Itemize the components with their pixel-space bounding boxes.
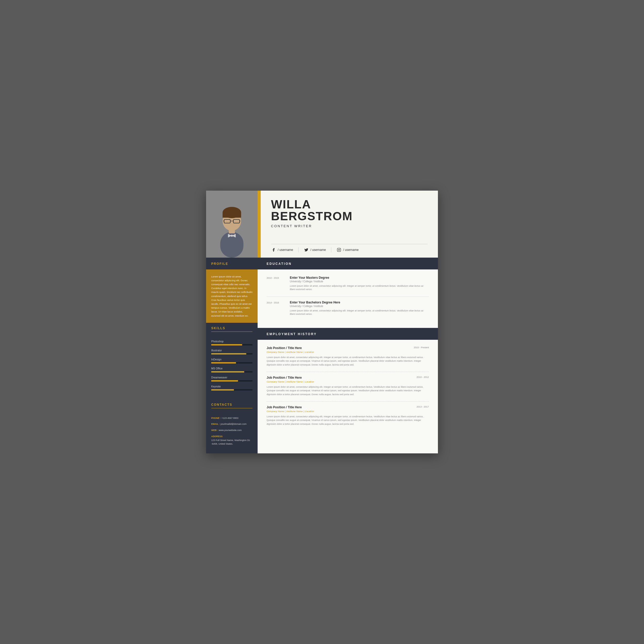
- job-divider-1: [267, 372, 429, 372]
- email-label: EMAIL :: [211, 423, 220, 425]
- profile-section-title: PROFILE: [211, 262, 228, 266]
- email-value: yourlmailid@domain.com: [221, 423, 247, 425]
- profile-section: Lorem ipsum dolor sit amet, consectetur …: [206, 269, 258, 323]
- resume: WILLA BERGSTROM CONTENT WRITER / usernam…: [206, 191, 438, 454]
- job-header-2: Job Position / Title Here 2010 - 2012: [267, 376, 429, 379]
- edu-item-2: 2014 - 2016 Enter Your Bachelors Degree …: [267, 301, 429, 316]
- resume-header: WILLA BERGSTROM CONTENT WRITER / usernam…: [206, 191, 438, 258]
- header-divider: [271, 244, 428, 244]
- web-label: WEB :: [211, 429, 218, 431]
- page-wrapper: WILLA BERGSTROM CONTENT WRITER / usernam…: [206, 191, 438, 454]
- skill-bar-fill: [211, 389, 234, 391]
- instagram-username: / username: [343, 248, 359, 252]
- job-years-1: 2015 - Present: [414, 346, 429, 349]
- employment-section-title: EMPLOYMENT HISTORY: [267, 332, 317, 336]
- header-gold-strip: [258, 191, 261, 258]
- skill-bar-bg: [211, 380, 252, 382]
- edu-item-1: 2010 - 2015 Enter Your Masters Degree Un…: [267, 276, 429, 291]
- instagram-icon: [336, 247, 342, 252]
- person-illustration: [206, 191, 258, 258]
- contact-address: 123 Full Street Name, Washington Dc -645…: [211, 439, 252, 446]
- sidebar: Lorem ipsum dolor sit amet, consectetur …: [206, 269, 258, 454]
- contacts-section: PHONE : +123 4567 8953 EMAIL : yourlmail…: [206, 411, 258, 454]
- skill-bar-fill: [211, 353, 246, 354]
- header-photo: [206, 191, 258, 258]
- edu-divider: [267, 296, 429, 297]
- candidate-job-title: CONTENT WRITER: [271, 224, 428, 228]
- svg-point-16: [340, 249, 340, 249]
- skill-bar-fill: [211, 344, 242, 345]
- svg-rect-14: [337, 248, 341, 251]
- edu-school-2: University / Collega / Institute: [290, 305, 429, 308]
- instagram-link[interactable]: / username: [336, 247, 364, 252]
- edu-content-2: Enter Your Bachelors Degree Here Univers…: [290, 301, 429, 316]
- job-years-3: 2013 - 2017: [417, 405, 429, 408]
- skill-bar-bg: [211, 389, 252, 391]
- job-header-1: Job Position / Title Here 2015 - Present: [267, 346, 429, 350]
- job-item-2: Job Position / Title Here 2010 - 2012 Co…: [267, 376, 429, 396]
- education-section-title: EDUCATION: [267, 262, 292, 266]
- edu-degree-1: Enter Your Masters Degree: [290, 276, 429, 279]
- edu-content-1: Enter Your Masters Degree University / C…: [290, 276, 429, 291]
- skill-bar-bg: [211, 371, 252, 372]
- skills-section: Photoshop Illustrator InDesign: [206, 335, 258, 399]
- address-value: 123 Full Street Name, Washington Dc -645…: [211, 439, 250, 445]
- resume-body: Lorem ipsum dolor sit amet, consectetur …: [206, 269, 438, 454]
- job-company-3: Company Name | Institune Name | Location: [267, 410, 429, 413]
- web-value: www.yourwebsite.com: [219, 429, 242, 431]
- job-title-1: Job Position / Title Here: [267, 346, 302, 350]
- job-header-3: Job Position / Title Here 2013 - 2017: [267, 405, 429, 409]
- skill-keynote: Keynote: [211, 385, 252, 391]
- edu-degree-2: Enter Your Bachelors Degree Here: [290, 301, 429, 304]
- phone-value: +123 4567 8953: [222, 417, 238, 419]
- employment-header: EMPLOYMENT HISTORY: [258, 328, 438, 340]
- social-links: / username / username / username: [271, 247, 428, 252]
- candidate-name: WILLA BERGSTROM: [271, 198, 428, 222]
- twitter-link[interactable]: / username: [304, 247, 331, 252]
- education-header: EDUCATION: [258, 258, 438, 269]
- svg-rect-5: [223, 213, 241, 218]
- job-company-2: Company Name | Institune Name | Location: [267, 380, 429, 383]
- job-item-1: Job Position / Title Here 2015 - Present…: [267, 346, 429, 367]
- contact-web: WEB : www.yourwebsite.com: [211, 429, 252, 432]
- skill-bar-bg: [211, 362, 252, 363]
- education-section: 2010 - 2015 Enter Your Masters Degree Un…: [258, 269, 438, 328]
- facebook-link[interactable]: / username: [271, 247, 299, 252]
- address-label: ADDRESS: [211, 435, 252, 438]
- header-info: WILLA BERGSTROM CONTENT WRITER / usernam…: [261, 191, 438, 258]
- twitter-username: / username: [310, 248, 326, 252]
- profile-header: PROFILE: [206, 258, 258, 269]
- skill-name: InDesign: [211, 358, 252, 361]
- skill-bar-bg: [211, 353, 252, 354]
- contacts-title: CONTACTS: [211, 403, 252, 408]
- skill-indesign: InDesign: [211, 358, 252, 363]
- facebook-username: / username: [278, 248, 293, 252]
- skill-bar-fill: [211, 380, 238, 382]
- skill-dreamweaver: Dreamweaver: [211, 376, 252, 382]
- name-block: WILLA BERGSTROM CONTENT WRITER: [271, 198, 428, 241]
- edu-school-1: University / Collega / Institute: [290, 280, 429, 283]
- job-company-1: Company Name | Institune Name | Location: [267, 351, 429, 353]
- job-years-2: 2010 - 2012: [417, 376, 429, 378]
- skill-name: Illustrator: [211, 349, 252, 352]
- job-divider-2: [267, 401, 429, 402]
- svg-point-13: [231, 235, 233, 237]
- job-item-3: Job Position / Title Here 2013 - 2017 Co…: [267, 405, 429, 426]
- job-desc-3: Lorem ipsum dolor sit amet, consectetur …: [267, 415, 429, 426]
- job-title-2: Job Position / Title Here: [267, 376, 302, 379]
- employment-section: Job Position / Title Here 2015 - Present…: [258, 340, 438, 438]
- edu-years-1: 2010 - 2015: [267, 276, 285, 291]
- edu-years-2: 2014 - 2016: [267, 301, 285, 316]
- skill-bar-fill: [211, 371, 244, 372]
- svg-point-15: [338, 249, 340, 250]
- job-title-3: Job Position / Title Here: [267, 405, 302, 409]
- job-desc-1: Lorem ipsum dolor sit amet, consectetur …: [267, 355, 429, 367]
- phone-label: PHONE :: [211, 417, 221, 419]
- skill-name: Dreamweaver: [211, 376, 252, 379]
- profile-text: Lorem ipsum dolor sit amet, consectetur …: [211, 275, 252, 318]
- contact-phone: PHONE : +123 4567 8953: [211, 417, 252, 420]
- skill-bar-fill: [211, 362, 236, 363]
- skill-photoshop: Photoshop: [211, 340, 252, 345]
- skills-title: SKILLS: [211, 326, 252, 332]
- skill-bar-bg: [211, 344, 252, 345]
